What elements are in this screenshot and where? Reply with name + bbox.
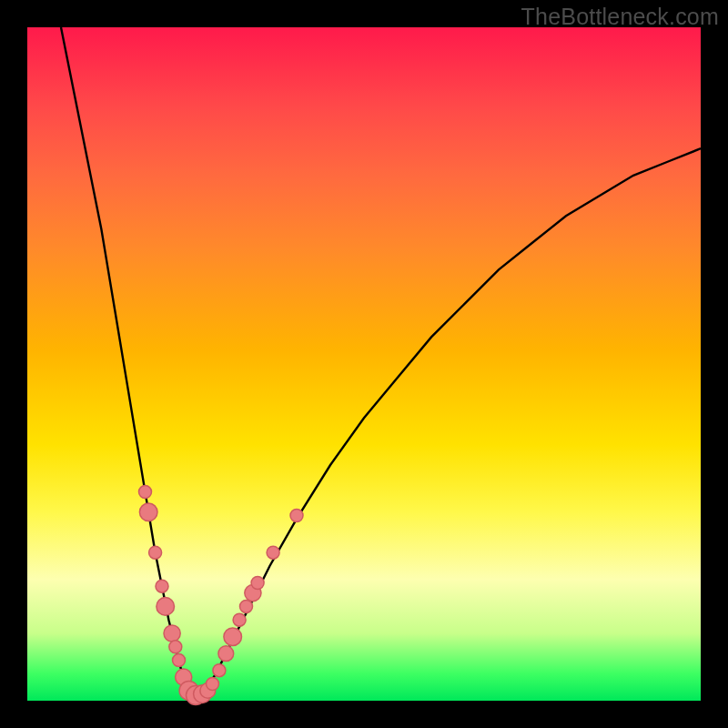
scatter-dot — [213, 664, 226, 677]
scatter-dot — [224, 628, 242, 646]
scatter-dot — [149, 546, 162, 559]
scatter-dot — [233, 613, 246, 626]
chart-frame: TheBottleneck.com — [0, 0, 728, 728]
curve-layer — [61, 27, 701, 697]
scatter-dot — [169, 641, 182, 653]
bottleneck-curve — [61, 27, 701, 697]
scatter-dot — [290, 510, 303, 522]
scatter-dot — [207, 678, 219, 691]
chart-svg — [27, 27, 701, 701]
scatter-dot — [139, 486, 152, 499]
scatter-dot — [157, 598, 175, 616]
scatter-dot — [240, 600, 253, 612]
watermark-text: TheBottleneck.com — [521, 4, 719, 30]
scatter-dot — [164, 625, 180, 642]
scatter-dot — [251, 577, 264, 590]
scatter-dot — [173, 654, 186, 667]
plot-area — [27, 27, 701, 701]
scatter-dot — [156, 580, 168, 592]
scatter-dot — [139, 503, 157, 521]
scatter-dot — [267, 546, 279, 559]
scatter-dot — [218, 646, 234, 662]
